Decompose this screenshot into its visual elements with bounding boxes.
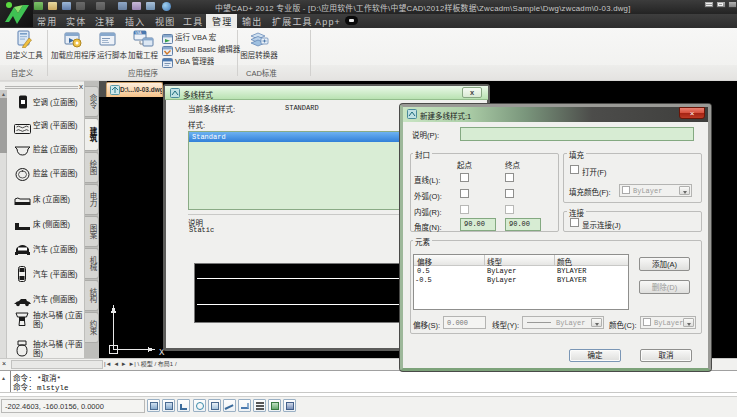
svg-text:VBA: VBA (135, 31, 142, 35)
